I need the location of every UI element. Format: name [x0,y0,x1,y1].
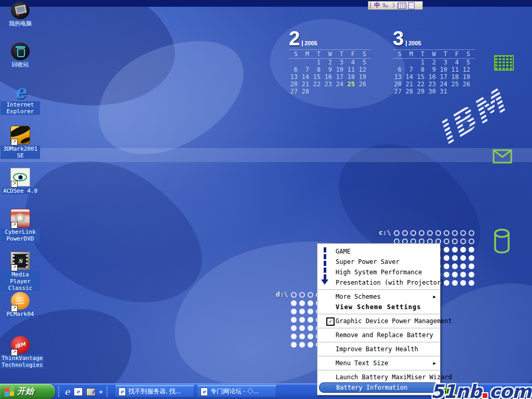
drive-label: d:\ [276,291,288,298]
menu-item-label: Menu Text Size [336,360,388,367]
usage-dot [444,238,449,244]
usage-dot [291,334,297,339]
usage-dot [460,255,466,261]
usage-dot [308,334,313,339]
usage-dot [469,255,474,261]
show-desktop-icon[interactable] [86,388,96,396]
menu-item-remove-and-replace-battery[interactable]: Remove and Replace Battery [317,330,440,340]
usage-dot [452,230,458,236]
ime-punctuation-icon[interactable]: ☽ [390,2,395,9]
usage-dot [452,238,458,244]
usage-dot [444,230,449,236]
menu-item-label: More Schemes [336,293,381,300]
ime-fullwidth-icon[interactable]: ‰ [382,2,388,9]
usage-dot [308,292,313,298]
usage-dot [460,263,466,269]
usage-dot [291,342,297,348]
usage-dot [308,342,313,348]
usage-dot [308,325,313,331]
menu-item-menu-text-size[interactable]: Menu Text Size▶ [317,358,440,368]
usage-dot [299,342,305,348]
menu-item-graphic-device-power-management[interactable]: ✓Graphic Device Power Management [317,316,440,326]
usage-dot [299,325,305,331]
notepad-icon[interactable] [408,2,415,9]
taskbar-task-1[interactable]: e专门网论坛 - ◇... [197,385,276,398]
menu-item-high-system-performance[interactable]: High System Performance [317,267,440,277]
taskbar-task-0[interactable]: e找不到服务器, 找... [115,385,194,398]
usage-dot [460,280,466,286]
quick-launch-bar: e e » [58,384,109,399]
usage-dot [469,272,474,277]
menu-item-label: View Scheme Settings [336,303,421,311]
usage-dot [402,230,408,236]
usage-dot [444,255,449,261]
menu-item-game[interactable]: GAME [317,246,440,257]
drag-handle[interactable] [370,3,372,9]
usage-dot [452,272,458,277]
usage-dot [299,292,305,298]
power-scheme-context-menu: GAMESuper Power SaverHigh System Perform… [317,243,441,395]
watermark-tld: com [489,381,531,399]
menu-separator [318,289,440,290]
usage-dot [291,309,297,314]
internet-explorer-quicklaunch-icon[interactable]: e [64,387,70,397]
usage-dot [469,238,474,244]
usage-dot [460,247,466,252]
watermark-site: 51nb [431,381,482,399]
task-button-label: 专门网论坛 - ◇... [210,387,259,396]
usage-dot [460,230,466,236]
usage-dot [435,230,441,236]
usage-dot [469,247,474,252]
keyboard-icon[interactable] [397,3,406,9]
usage-dot [444,247,449,252]
ime-input-mode-icon[interactable]: 中 [374,2,380,9]
windows-flag-icon [5,387,14,396]
drive-usage-widgets: c:\d:\ [0,0,532,399]
menu-separator [318,342,440,342]
menu-item-improve-battery-health[interactable]: Improve Battery Health [317,344,440,354]
usage-dot [410,230,416,236]
usage-dot [291,292,297,298]
menu-separator [318,314,440,314]
usage-dot [469,230,474,236]
menu-item-label: Graphic Device Power Management [336,317,452,325]
usage-dot [444,280,449,286]
menu-item-label: High System Performance [336,269,422,276]
usage-dot [299,309,305,314]
usage-dot [394,230,400,236]
start-button-label: 开始 [17,386,34,397]
menu-item-label: Presentation (with Projector) [336,279,445,286]
watermark-51nb: 51nb com [431,381,531,399]
menu-item-label: Remove and Replace Battery [336,331,433,339]
usage-dot [299,334,305,339]
checkbox-checked-icon: ✓ [326,317,335,326]
menu-separator [318,370,440,370]
usage-dot [299,317,305,323]
menu-item-label: Launch Battery MaxiMiser Wizard [336,374,452,381]
drag-handle[interactable] [107,387,109,397]
drag-handle[interactable] [58,387,61,397]
usage-dot [308,300,313,306]
usage-dot [452,247,458,252]
menu-item-more-schemes[interactable]: More Schemes▶ [317,291,440,302]
usage-dot [427,230,433,236]
usage-dot [444,263,449,269]
mail-quicklaunch-icon[interactable]: e [74,388,83,396]
usage-dot [444,272,449,277]
ie-page-icon: e [201,388,208,396]
menu-item-launch-battery-maximiser-wizard[interactable]: Launch Battery MaxiMiser Wizard [317,372,440,382]
start-button[interactable]: 开始 [0,384,55,399]
menu-item-view-scheme-settings[interactable]: View Scheme Settings [317,302,440,312]
menu-item-battery-information[interactable]: Battery Information [319,382,438,393]
usage-dot [469,280,474,286]
submenu-arrow-icon: ▶ [433,358,436,368]
submenu-arrow-icon: ▶ [433,291,436,302]
menu-item-label: Super Power Saver [336,258,400,265]
menu-separator [318,356,440,356]
ime-language-bar: 中 ‰ ☽ [368,1,423,10]
usage-dot [419,230,424,236]
usage-dot [452,255,458,261]
quicklaunch-overflow-chevron[interactable]: » [99,388,103,395]
menu-item-super-power-saver[interactable]: Super Power Saver [317,257,440,267]
menu-item-presentation-with-projector[interactable]: Presentation (with Projector) [317,277,440,288]
